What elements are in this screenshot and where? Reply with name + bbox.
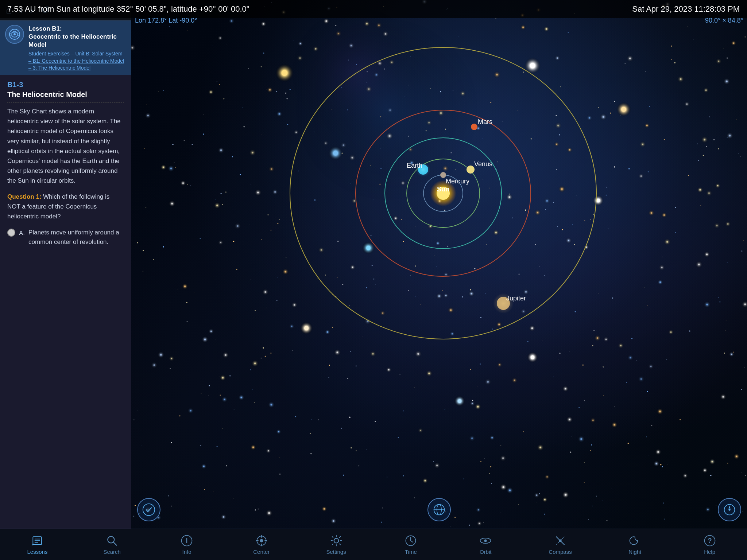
tab-compass-label: Compass [549,549,572,555]
tab-center-label: Center [253,549,270,555]
tab-search-label: Search [103,549,121,555]
tab-night-label: Night [628,549,641,555]
tab-lessons[interactable]: Lessons [0,529,75,560]
svg-point-2 [13,33,16,35]
question-block: Question 1: Which of the following is NO… [7,192,124,222]
lesson-banner: Lesson B1: Geocentric to the Heliocentri… [0,20,131,75]
tab-center[interactable]: Center [224,529,299,560]
coordinates-text: 7.53 AU from Sun at longitude 352° 50' 0… [7,4,249,14]
datetime-text: Sat Apr 29, 2023 11:28:03 PM [632,4,740,14]
question-label: Question 1: [7,193,42,200]
lesson-icon [5,25,24,44]
tab-orbit-label: Orbit [480,549,492,555]
svg-line-43 [411,541,413,542]
svg-point-48 [559,539,561,542]
bottom-tab-bar: Lessons Search i Info Center Settin [0,529,747,560]
top-bar: 7.53 AU from Sun at longitude 352° 50' 0… [0,0,747,18]
sky-btn-check[interactable] [137,498,160,521]
svg-line-35 [113,542,117,545]
svg-text:i: i [186,537,187,544]
svg-point-29 [728,509,730,510]
svg-point-45 [484,539,487,542]
star-canvas [131,0,747,529]
answer-a-text: Planets move uniformly around a common c… [28,228,124,246]
tab-settings-label: Settings [326,549,346,555]
sky-btn-globe[interactable] [427,498,451,521]
tab-search[interactable]: Search [75,529,150,560]
svg-point-24 [143,504,155,516]
svg-point-40 [334,538,338,543]
tab-orbit[interactable]: Orbit [448,529,523,560]
tab-compass[interactable]: Compass [523,529,598,560]
tab-time[interactable]: Time [374,529,448,560]
radio-a[interactable] [7,229,15,237]
sky-view[interactable]: Sun Mercury Venus Earth Mars Jupiter Lon… [131,0,747,529]
lesson-body: The Sky Chart shows a modern heliocentri… [7,106,124,186]
tab-help[interactable]: ? Help [672,529,747,560]
answer-option-a[interactable]: A. Planets move uniformly around a commo… [7,228,124,246]
lesson-banner-title: Lesson B1: Geocentric to the Heliocentri… [28,25,126,49]
tab-time-label: Time [405,549,417,555]
tab-help-label: Help [704,549,715,555]
tab-night[interactable]: Night [597,529,672,560]
lesson-breadcrumb[interactable]: Student Exercises – Unit B: Solar System… [28,50,126,72]
sky-btn-compass[interactable] [718,498,741,521]
tab-info[interactable]: i Info [150,529,224,560]
tab-settings[interactable]: Settings [299,529,374,560]
tab-lessons-label: Lessons [27,549,47,555]
lesson-content: B1-3 The Heliocentric Model The Sky Char… [0,75,131,560]
lesson-subtitle: The Heliocentric Model [7,90,124,99]
lesson-number: B1-3 [7,81,124,89]
svg-text:?: ? [708,537,712,544]
tab-info-label: Info [182,549,191,555]
sidebar: ⌂ ‹ › ↺ Lesson B1: Geocentric to the Hel… [0,0,131,560]
